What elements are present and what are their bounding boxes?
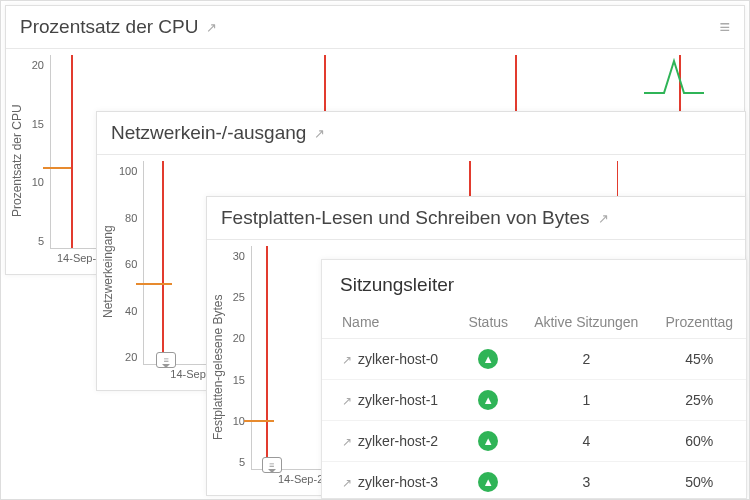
- col-status: Status: [456, 306, 520, 339]
- annotation-icon[interactable]: ≡: [262, 457, 282, 473]
- ytick: 40: [125, 305, 137, 317]
- chart-orange-line: [244, 420, 274, 422]
- percent-value: 60%: [653, 421, 747, 462]
- panel-network-header: Netzwerkein-/-ausgang ↗: [97, 112, 745, 155]
- external-link-icon[interactable]: ↗: [342, 353, 352, 367]
- chart-red-marker: [162, 161, 164, 364]
- active-count: 1: [520, 380, 652, 421]
- chart-orange-line: [43, 167, 73, 169]
- percent-value: 25%: [653, 380, 747, 421]
- status-up-icon: ▲: [478, 349, 498, 369]
- panel-disk-title: Festplatten-Lesen und Schreiben von Byte…: [221, 207, 590, 229]
- host-name: zylker-host-2: [358, 433, 438, 449]
- col-name: Name: [322, 306, 456, 339]
- panel-network-yaxis: 100 80 60 40 20: [115, 161, 143, 383]
- external-link-icon[interactable]: ↗: [342, 476, 352, 490]
- percent-value: 50%: [653, 462, 747, 501]
- chart-red-marker: [71, 55, 73, 248]
- ytick: 15: [233, 374, 245, 386]
- ytick: 80: [125, 212, 137, 224]
- col-percent: Prozenttag: [653, 306, 747, 339]
- table-row[interactable]: ↗zylker-host-1 ▲ 1 25%: [322, 380, 746, 421]
- status-up-icon: ▲: [478, 431, 498, 451]
- ytick: 100: [119, 165, 137, 177]
- panel-disk-header: Festplatten-Lesen und Schreiben von Byte…: [207, 197, 745, 240]
- table-row[interactable]: ↗zylker-host-3 ▲ 3 50%: [322, 462, 746, 501]
- panel-network-title: Netzwerkein-/-ausgang: [111, 122, 306, 144]
- active-count: 2: [520, 339, 652, 380]
- external-link-icon[interactable]: ↗: [314, 126, 325, 141]
- hamburger-icon[interactable]: ≡: [719, 17, 730, 38]
- ytick: 20: [233, 332, 245, 344]
- panel-cpu-yaxis: 20 15 10 5: [24, 55, 50, 267]
- panel-cpu-header: Prozentsatz der CPU ↗ ≡: [6, 6, 744, 49]
- ytick: 30: [233, 250, 245, 262]
- host-name: zylker-host-3: [358, 474, 438, 490]
- ytick: 60: [125, 258, 137, 270]
- table-row[interactable]: ↗zylker-host-0 ▲ 2 45%: [322, 339, 746, 380]
- panel-disk-ylabel: Festplatten-gelesene Bytes: [211, 246, 225, 488]
- annotation-icon[interactable]: ≡: [156, 352, 176, 368]
- external-link-icon[interactable]: ↗: [342, 394, 352, 408]
- table-header-row: Name Status Aktive Sitzungen Prozenttag: [322, 306, 746, 339]
- percent-value: 45%: [653, 339, 747, 380]
- panel-cpu-xlabel: 14-Sep-: [57, 252, 96, 264]
- host-name: zylker-host-1: [358, 392, 438, 408]
- ytick: 15: [32, 118, 44, 130]
- panel-disk-yaxis: 30 25 20 15 10 5: [225, 246, 251, 488]
- ytick: 10: [32, 176, 44, 188]
- col-active: Aktive Sitzungen: [520, 306, 652, 339]
- ytick: 25: [233, 291, 245, 303]
- host-name: zylker-host-0: [358, 351, 438, 367]
- chart-orange-line: [136, 283, 172, 285]
- external-link-icon[interactable]: ↗: [206, 20, 217, 35]
- ytick: 20: [32, 59, 44, 71]
- status-up-icon: ▲: [478, 472, 498, 492]
- sessions-table: Name Status Aktive Sitzungen Prozenttag …: [322, 306, 746, 500]
- chart-green-peak: [644, 57, 704, 95]
- ytick: 20: [125, 351, 137, 363]
- external-link-icon[interactable]: ↗: [598, 211, 609, 226]
- panel-network-ylabel: Netzwerkeingang: [101, 161, 115, 383]
- panel-cpu-title: Prozentsatz der CPU: [20, 16, 198, 38]
- active-count: 4: [520, 421, 652, 462]
- chart-red-marker: [266, 246, 268, 469]
- external-link-icon[interactable]: ↗: [342, 435, 352, 449]
- panel-cpu-ylabel: Prozentsatz der CPU: [10, 55, 24, 267]
- sessions-title: Sitzungsleiter: [322, 260, 746, 306]
- table-row[interactable]: ↗zylker-host-2 ▲ 4 60%: [322, 421, 746, 462]
- panel-sessions: Sitzungsleiter Name Status Aktive Sitzun…: [321, 259, 747, 499]
- active-count: 3: [520, 462, 652, 501]
- ytick: 5: [239, 456, 245, 468]
- ytick: 5: [38, 235, 44, 247]
- status-up-icon: ▲: [478, 390, 498, 410]
